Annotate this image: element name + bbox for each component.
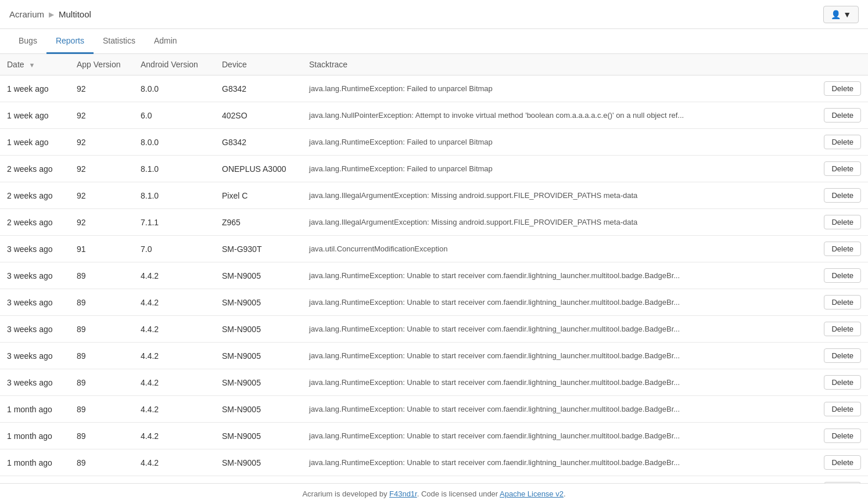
cell-date: 1 month ago	[0, 423, 70, 449]
table-row: 1 week ago928.0.0G8342java.lang.RuntimeE…	[0, 75, 868, 102]
cell-action: Delete	[816, 289, 868, 316]
cell-stacktrace: java.lang.RuntimeException: Unable to st…	[302, 423, 816, 449]
cell-android-version: 8.1.0	[134, 182, 215, 209]
cell-device: SM-N9005	[215, 343, 302, 369]
cell-date: 1 month ago	[0, 396, 70, 423]
cell-device: SM-N9005	[215, 262, 302, 289]
cell-device: SM-N9005	[215, 369, 302, 396]
col-action	[816, 54, 868, 75]
cell-android-version: 4.4.2	[134, 369, 215, 396]
delete-button[interactable]: Delete	[824, 161, 861, 176]
cell-device: G8342	[215, 129, 302, 156]
tab-bar: Bugs Reports Statistics Admin	[0, 29, 868, 54]
delete-button[interactable]: Delete	[824, 188, 861, 203]
delete-button[interactable]: Delete	[824, 295, 861, 309]
cell-date: 3 weeks ago	[0, 262, 70, 289]
cell-app-version: 92	[70, 75, 134, 102]
cell-app-version: 91	[70, 236, 134, 262]
table-row: 1 week ago926.0402SOjava.lang.NullPointe…	[0, 102, 868, 129]
tab-bugs[interactable]: Bugs	[9, 29, 46, 54]
table-row: 3 weeks ago894.4.2SM-N9005java.lang.Runt…	[0, 369, 868, 396]
table-row: 3 weeks ago894.4.2SM-N9005java.lang.Runt…	[0, 262, 868, 289]
cell-stacktrace: java.lang.RuntimeException: Unable to st…	[302, 316, 816, 343]
cell-android-version: 8.0.0	[134, 75, 215, 102]
cell-android-version: 4.4.2	[134, 316, 215, 343]
delete-button[interactable]: Delete	[824, 455, 861, 470]
table-row: 3 weeks ago894.4.2SM-N9005java.lang.Runt…	[0, 316, 868, 343]
cell-stacktrace: java.lang.RuntimeException: Unable to st…	[302, 262, 816, 289]
cell-app-version: 89	[70, 449, 134, 476]
delete-button[interactable]: Delete	[824, 215, 861, 229]
cell-stacktrace: java.lang.RuntimeException: Unable to st…	[302, 449, 816, 476]
cell-app-version: 92	[70, 209, 134, 236]
cell-app-version: 89	[70, 316, 134, 343]
user-icon: 👤	[831, 10, 841, 19]
cell-android-version: 8.0.0	[134, 129, 215, 156]
cell-app-version: 89	[70, 343, 134, 369]
brand-label: Acrarium	[9, 9, 44, 19]
delete-button[interactable]: Delete	[824, 268, 861, 283]
tab-admin[interactable]: Admin	[145, 29, 186, 54]
table-row: 3 weeks ago917.0SM-G930Tjava.util.Concur…	[0, 236, 868, 262]
tab-reports[interactable]: Reports	[46, 29, 94, 54]
footer: Acrarium is developed by F43nd1r. Code i…	[0, 483, 868, 504]
delete-button[interactable]: Delete	[824, 348, 861, 363]
cell-date: 3 weeks ago	[0, 343, 70, 369]
delete-button[interactable]: Delete	[824, 322, 861, 336]
cell-android-version: 7.1.1	[134, 209, 215, 236]
cell-app-version: 89	[70, 262, 134, 289]
footer-author-link[interactable]: F43nd1r	[389, 489, 417, 498]
delete-button[interactable]: Delete	[824, 402, 861, 416]
cell-android-version: 4.4.2	[134, 396, 215, 423]
table-body: 1 week ago928.0.0G8342java.lang.RuntimeE…	[0, 75, 868, 505]
col-date[interactable]: Date ▼	[0, 54, 70, 75]
delete-button[interactable]: Delete	[824, 242, 861, 256]
cell-date: 1 week ago	[0, 75, 70, 102]
delete-button[interactable]: Delete	[824, 108, 861, 123]
delete-button[interactable]: Delete	[824, 81, 861, 96]
cell-stacktrace: java.lang.RuntimeException: Unable to st…	[302, 289, 816, 316]
col-stacktrace: Stacktrace	[302, 54, 816, 75]
footer-license-link[interactable]: Apache License v2	[500, 489, 564, 498]
cell-action: Delete	[816, 75, 868, 102]
cell-android-version: 4.4.2	[134, 423, 215, 449]
cell-app-version: 89	[70, 369, 134, 396]
delete-button[interactable]: Delete	[824, 375, 861, 390]
cell-date: 3 weeks ago	[0, 289, 70, 316]
cell-action: Delete	[816, 423, 868, 449]
user-menu-button[interactable]: 👤 ▼	[823, 6, 859, 23]
footer-text-before: Acrarium is developed by	[302, 489, 389, 498]
cell-stacktrace: java.lang.RuntimeException: Unable to st…	[302, 369, 816, 396]
table-row: 1 month ago894.4.2SM-N9005java.lang.Runt…	[0, 423, 868, 449]
cell-action: Delete	[816, 449, 868, 476]
cell-stacktrace: java.lang.RuntimeException: Unable to st…	[302, 343, 816, 369]
cell-app-version: 89	[70, 423, 134, 449]
delete-button[interactable]: Delete	[824, 429, 861, 443]
cell-date: 1 month ago	[0, 449, 70, 476]
cell-date: 2 weeks ago	[0, 209, 70, 236]
breadcrumb-chevron: ▶	[49, 10, 54, 19]
cell-android-version: 4.4.2	[134, 449, 215, 476]
footer-text-after: .	[564, 489, 566, 498]
cell-action: Delete	[816, 396, 868, 423]
cell-app-version: 92	[70, 182, 134, 209]
cell-action: Delete	[816, 262, 868, 289]
cell-stacktrace: java.lang.RuntimeException: Unable to st…	[302, 396, 816, 423]
sort-icon-date: ▼	[28, 62, 35, 69]
cell-device: 402SO	[215, 102, 302, 129]
cell-app-version: 89	[70, 396, 134, 423]
table-row: 1 month ago894.4.2SM-N9005java.lang.Runt…	[0, 396, 868, 423]
cell-app-version: 89	[70, 289, 134, 316]
cell-action: Delete	[816, 102, 868, 129]
table-row: 3 weeks ago894.4.2SM-N9005java.lang.Runt…	[0, 343, 868, 369]
cell-action: Delete	[816, 316, 868, 343]
col-android-version: Android Version	[134, 54, 215, 75]
cell-date: 1 week ago	[0, 129, 70, 156]
cell-device: SM-N9005	[215, 449, 302, 476]
table-row: 2 weeks ago928.1.0Pixel Cjava.lang.Illeg…	[0, 182, 868, 209]
cell-stacktrace: java.lang.IllegalArgumentException: Miss…	[302, 209, 816, 236]
delete-button[interactable]: Delete	[824, 135, 861, 149]
tab-statistics[interactable]: Statistics	[94, 29, 145, 54]
reports-table-container: Date ▼ App Version Android Version Devic…	[0, 54, 868, 504]
cell-android-version: 7.0	[134, 236, 215, 262]
